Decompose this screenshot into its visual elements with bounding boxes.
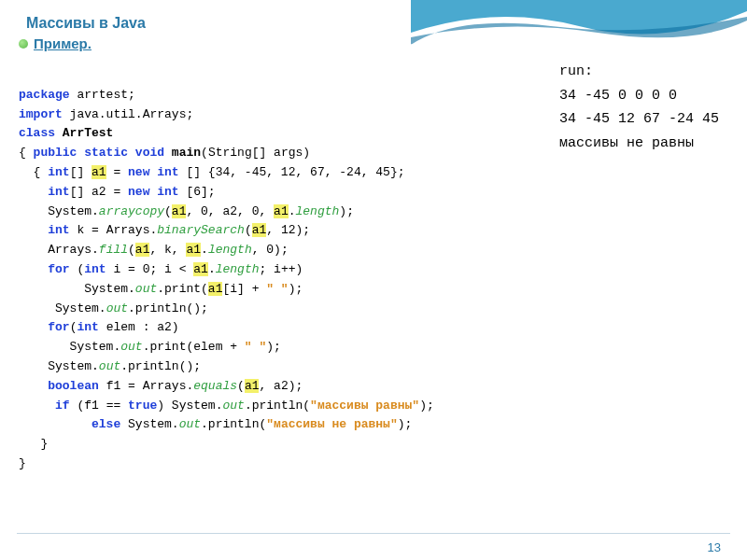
bullet-icon xyxy=(19,39,28,49)
output-line: 34 -45 0 0 0 0 xyxy=(559,84,719,108)
output-line: массивы не равны xyxy=(559,132,719,156)
output-line: run: xyxy=(559,60,719,84)
output-line: 34 -45 12 67 -24 45 xyxy=(559,107,719,132)
slide-title: Массивы в Java xyxy=(0,0,747,35)
slide-subtitle: Пример. xyxy=(34,35,92,51)
page-number: 13 xyxy=(708,540,721,554)
program-output: run: 34 -45 0 0 0 0 34 -45 12 67 -24 45 … xyxy=(559,60,719,155)
divider xyxy=(17,533,730,534)
